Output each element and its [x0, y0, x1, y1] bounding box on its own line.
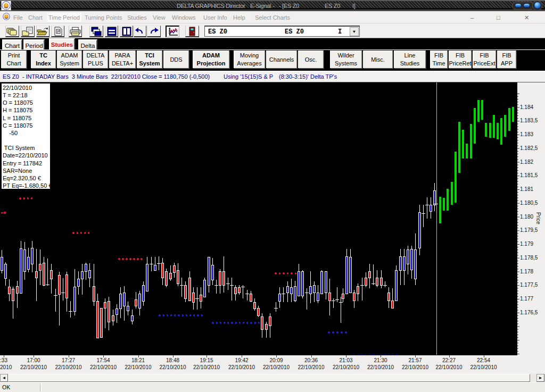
svg-text:P: P [57, 29, 60, 34]
